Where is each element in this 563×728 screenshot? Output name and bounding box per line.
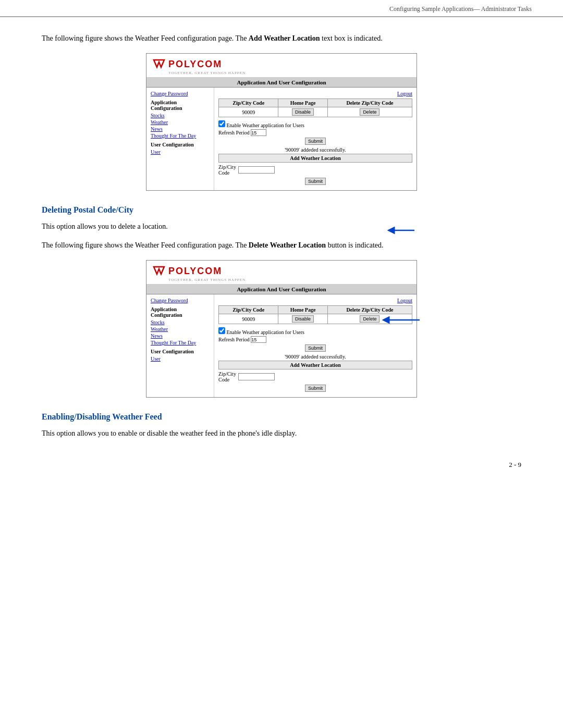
polycom-tagline-2: TOGETHER, GREAT THINGS HAPPEN. [168,278,411,282]
page-number: 2 - 9 [42,461,521,469]
col-home-1: Home Page [278,99,327,107]
zip-label-1: Zip/CityCode [218,164,236,176]
screenshot-body-2: Change Password Application Configuratio… [146,294,417,397]
stocks-link-1[interactable]: Stocks [151,113,210,118]
intro2-para: The following figure shows the Weather F… [42,240,521,251]
logout-link-1[interactable]: Logout [397,91,412,96]
submit-add-button-2[interactable]: Submit [305,385,326,392]
success-msg-2: '90009' addeded successfully. [218,354,412,360]
enable-label-1: Enable Weather application for Users [227,122,305,128]
enable-checkbox-2[interactable] [218,327,225,334]
polycom-tagline-1: TOGETHER, GREAT THINGS HAPPEN. [168,71,411,75]
screenshot-main-1: Logout Zip/City Code Home Page Delete Zi… [214,88,417,190]
intro2-bold1: Delete [249,241,268,249]
zip-input-2[interactable] [238,373,275,380]
app-config-label-1: Application Configuration [151,100,210,111]
success-msg-1: '90009' addeded successfully. [218,147,412,153]
polycom-header-2: POLYCOM TOGETHER, GREAT THINGS HAPPEN. [146,261,417,285]
screenshot-main-2: Logout Zip/City Code Home Page Delete Zi… [214,294,417,397]
disable-btn-cell-1: Disable [278,107,327,117]
disable-button-2[interactable]: Disable [292,315,314,323]
config-table-1: Zip/City Code Home Page Delete Zip/City … [218,98,412,117]
config-table-2: Zip/City Code Home Page Delete Zip/City … [218,305,412,324]
screenshot-body-1: Change Password Application Configuratio… [146,88,417,190]
submit-button-2[interactable]: Submit [305,344,326,352]
weather-link-1[interactable]: Weather [151,119,210,125]
screenshot-sidebar-2: Change Password Application Configuratio… [146,294,214,397]
delete-btn-cell-2: Delete [327,314,412,324]
topbar-1: Logout [218,91,412,96]
zip-row-1: Zip/CityCode [218,164,412,176]
table-row-2: 90009 Disable Delete [219,314,412,324]
polycom-icon-2 [152,265,166,277]
logout-link-2[interactable]: Logout [397,298,412,303]
disable-btn-cell-2: Disable [278,314,327,324]
col-delete-2: Delete Zip/City Code [327,306,412,314]
refresh-label-2: Refresh Period [218,337,250,342]
refresh-input-1[interactable] [251,129,266,136]
add-location-title-2: Add Weather Location [218,361,412,369]
change-password-link-1[interactable]: Change Password [151,91,210,96]
submit-add-button-1[interactable]: Submit [305,178,326,185]
change-password-link-2[interactable]: Change Password [151,298,210,303]
section1-heading: Deleting Postal Code/City [42,205,521,215]
thought-link-2[interactable]: Thought For The Day [151,340,210,346]
screenshot-frame-2: POLYCOM TOGETHER, GREAT THINGS HAPPEN. A… [146,260,417,398]
zip-value-1: 90009 [219,107,278,117]
page-header: Configuring Sample Applications— Adminis… [0,0,563,17]
submit-row-add-2: Submit [218,385,412,392]
enable-checkbox-1[interactable] [218,120,225,127]
submit-button-1[interactable]: Submit [305,138,326,145]
zip-input-1[interactable] [238,166,275,174]
delete-button-2[interactable]: Delete [360,315,380,323]
topbar-2: Logout [218,298,412,303]
zip-value-2: 90009 [219,314,278,324]
page-content: The following figure shows the Weather F… [0,17,563,490]
intro1-text1: The following figure shows the Weather F… [42,34,249,42]
refresh-row-1: Refresh Period [218,129,412,136]
screenshot-frame-1: POLYCOM TOGETHER, GREAT THINGS HAPPEN. A… [146,53,417,191]
col-zip-1: Zip/City Code [219,99,278,107]
app-config-title-2: Application And User Configuration [146,285,417,294]
col-zip-2: Zip/City Code [219,306,278,314]
user-config-label-2: User Configuration [151,349,210,354]
svg-marker-3 [154,267,164,274]
intro2-bold2: Weather Location [270,241,326,249]
svg-marker-0 [154,60,164,67]
enable-checkbox-row-2: Enable Weather application for Users [218,327,412,335]
submit-row-1: Submit [218,138,412,145]
intro1-bold2: Weather Location [264,34,320,42]
news-link-1[interactable]: News [151,126,210,132]
section2-para1: This option allows you to enable or disa… [42,428,521,439]
submit-row-2: Submit [218,344,412,352]
zip-label-2: Zip/CityCode [218,371,236,382]
intro-paragraph-1: The following figure shows the Weather F… [42,33,521,44]
delete-btn-cell-1: Delete [327,107,412,117]
news-link-2[interactable]: News [151,333,210,339]
col-delete-1: Delete Zip/City Code [327,99,412,107]
weather-link-2[interactable]: Weather [151,326,210,332]
section2-heading: Enabling/Disabling Weather Feed [42,412,521,422]
refresh-input-2[interactable] [251,336,266,343]
user-config-label-1: User Configuration [151,142,210,147]
user-link-2[interactable]: User [151,356,210,362]
zip-row-2: Zip/CityCode [218,371,412,382]
user-link-1[interactable]: User [151,149,210,155]
intro1-text3: text box is indicated. [320,34,383,42]
section1-para1: This option allows you to delete a locat… [42,221,521,232]
polycom-logo-2: POLYCOM TOGETHER, GREAT THINGS HAPPEN. [152,265,411,282]
refresh-row-2: Refresh Period [218,336,412,343]
polycom-text-1: POLYCOM [168,59,222,70]
col-home-2: Home Page [278,306,327,314]
refresh-label-1: Refresh Period [218,130,250,135]
app-config-title-1: Application And User Configuration [146,78,417,88]
intro2-text1: The following figure shows the Weather F… [42,241,249,249]
polycom-icon-1 [152,58,166,70]
disable-button-1[interactable]: Disable [292,108,314,116]
header-title: Configuring Sample Applications— Adminis… [389,5,532,13]
enable-checkbox-row-1: Enable Weather application for Users [218,120,412,128]
thought-link-1[interactable]: Thought For The Day [151,133,210,139]
stocks-link-2[interactable]: Stocks [151,319,210,325]
delete-button-1[interactable]: Delete [360,108,380,116]
app-config-label-2: Application Configuration [151,306,210,318]
